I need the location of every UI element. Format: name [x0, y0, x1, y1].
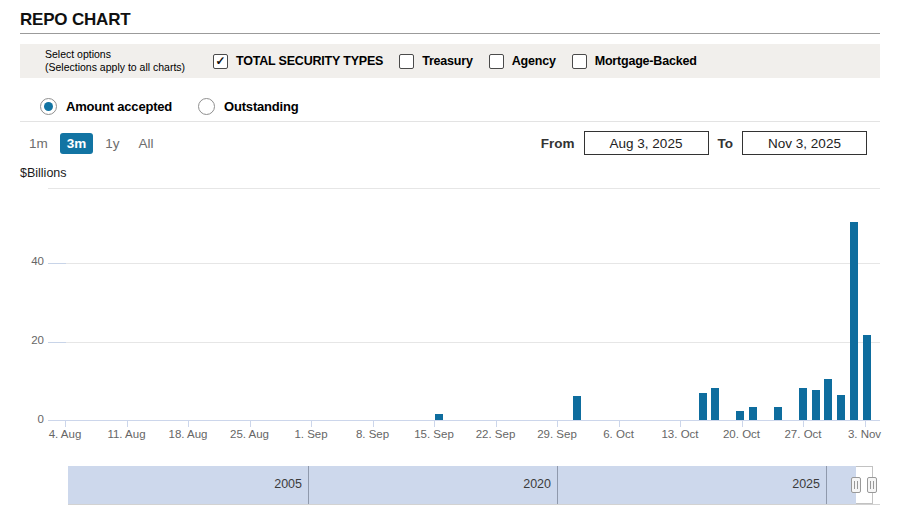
- x-axis-label: 11. Aug: [95, 428, 159, 440]
- navigator-year-label: 2025: [750, 477, 820, 491]
- x-axis-tick: [865, 420, 866, 427]
- x-axis-tick: [250, 420, 251, 427]
- series-divider: [20, 121, 880, 122]
- x-axis-tick: [496, 420, 497, 427]
- x-axis-tick: [434, 420, 435, 427]
- navigator[interactable]: 200520202025: [68, 466, 880, 505]
- checkbox-label: Treasury: [422, 54, 473, 68]
- x-axis-tick: [188, 420, 189, 427]
- radio-item-outstanding[interactable]: Outstanding: [198, 98, 298, 115]
- y-gridline-40: [48, 263, 880, 264]
- bar-nov-3[interactable]: [863, 335, 871, 420]
- bar-oct-30[interactable]: [837, 395, 845, 420]
- repo-chart-app: REPO CHART Select options (Selections ap…: [0, 0, 903, 515]
- checkbox-label: TOTAL SECURITY TYPES: [236, 54, 383, 68]
- unchecked-checkbox-icon[interactable]: [572, 54, 587, 69]
- y-axis-label: 40: [10, 255, 44, 267]
- series-toggle-group: Amount acceptedOutstanding: [40, 92, 324, 120]
- select-options-line1: Select options: [45, 48, 197, 61]
- range-buttons: 1m3m1yAll: [22, 133, 166, 154]
- navigator-mask[interactable]: [68, 466, 857, 504]
- x-axis-tick: [742, 420, 743, 427]
- radio-label: Outstanding: [224, 99, 298, 114]
- x-axis-tick: [65, 420, 66, 427]
- bar-oct-15[interactable]: [699, 393, 707, 420]
- bar-oct-27[interactable]: [799, 388, 807, 420]
- bar-oct-20[interactable]: [736, 411, 744, 420]
- x-axis-label: 3. Nov: [833, 428, 897, 440]
- title-divider: [20, 33, 880, 34]
- x-axis-label: 8. Sep: [341, 428, 405, 440]
- x-axis-label: 29. Sep: [525, 428, 589, 440]
- navigator-year-label: 2020: [481, 477, 551, 491]
- navigator-left-handle[interactable]: [851, 477, 861, 493]
- x-axis-tick: [803, 420, 804, 427]
- checkbox-item-treasury[interactable]: Treasury: [399, 54, 473, 69]
- plot-area: [48, 188, 880, 421]
- range-button-1y[interactable]: 1y: [98, 133, 126, 154]
- checkbox-label: Agency: [512, 54, 556, 68]
- x-axis-label: 4. Aug: [33, 428, 97, 440]
- y-gridline-20: [48, 342, 880, 343]
- security-type-checkbox-group: ✓TOTAL SECURITY TYPESTreasuryAgencyMortg…: [213, 54, 713, 69]
- radio-label: Amount accepted: [66, 99, 172, 114]
- y-axis-label: 0: [10, 413, 44, 425]
- y-axis-units-label: $Billions: [20, 166, 67, 180]
- checkbox-item-total-security-types[interactable]: ✓TOTAL SECURITY TYPES: [213, 54, 383, 69]
- range-button-1m[interactable]: 1m: [22, 133, 55, 154]
- x-axis-label: 15. Sep: [402, 428, 466, 440]
- x-axis-label: 27. Oct: [771, 428, 835, 440]
- x-axis-tick: [557, 420, 558, 427]
- bar-oct-21[interactable]: [749, 407, 757, 420]
- date-range-controls: From To: [541, 131, 880, 155]
- navigator-year-divider: [826, 466, 827, 504]
- x-axis-label: 20. Oct: [710, 428, 774, 440]
- y-axis-label: 20: [10, 334, 44, 346]
- unchecked-checkbox-icon[interactable]: [489, 54, 504, 69]
- x-axis-tick: [619, 420, 620, 427]
- to-date-input[interactable]: [742, 131, 867, 155]
- select-options-line2: (Selections apply to all charts): [45, 61, 197, 74]
- x-axis-line: [48, 420, 880, 421]
- page-title: REPO CHART: [20, 10, 130, 30]
- checkbox-item-agency[interactable]: Agency: [489, 54, 556, 69]
- bar-oct-28[interactable]: [812, 390, 820, 420]
- x-axis-label: 6. Oct: [587, 428, 651, 440]
- x-axis-label: 13. Oct: [648, 428, 712, 440]
- checked-checkbox-icon[interactable]: ✓: [213, 54, 228, 69]
- options-bar: Select options (Selections apply to all …: [20, 44, 880, 78]
- x-axis-label: 18. Aug: [156, 428, 220, 440]
- unchecked-checkbox-icon[interactable]: [399, 54, 414, 69]
- x-axis-tick: [373, 420, 374, 427]
- x-axis-label: 22. Sep: [464, 428, 528, 440]
- range-button-all[interactable]: All: [132, 133, 161, 154]
- bar-oct-24[interactable]: [774, 407, 782, 420]
- x-axis-label: 25. Aug: [218, 428, 282, 440]
- select-options-label: Select options (Selections apply to all …: [45, 48, 197, 74]
- from-date-input[interactable]: [584, 131, 709, 155]
- navigator-year-divider: [557, 466, 558, 504]
- navigator-year-label: 2005: [232, 477, 302, 491]
- bar-sep-15[interactable]: [435, 414, 443, 420]
- x-axis-tick: [311, 420, 312, 427]
- radio-item-amount-accepted[interactable]: Amount accepted: [40, 98, 172, 115]
- navigator-year-divider: [308, 466, 309, 504]
- navigator-right-handle[interactable]: [867, 477, 877, 493]
- bar-oct-1[interactable]: [573, 396, 581, 420]
- bar-oct-31[interactable]: [850, 222, 858, 420]
- x-axis-label: 1. Sep: [279, 428, 343, 440]
- from-label: From: [541, 136, 575, 151]
- x-axis-tick: [127, 420, 128, 427]
- unselected-radio-icon[interactable]: [198, 98, 215, 115]
- checkbox-item-mortgage-backed[interactable]: Mortgage-Backed: [572, 54, 697, 69]
- range-selector: 1m3m1yAll From To: [20, 130, 880, 156]
- selected-radio-icon[interactable]: [40, 98, 57, 115]
- bar-oct-29[interactable]: [824, 379, 832, 420]
- bar-oct-16[interactable]: [711, 388, 719, 420]
- to-label: To: [718, 136, 734, 151]
- x-axis-tick: [680, 420, 681, 427]
- range-button-3m[interactable]: 3m: [60, 133, 94, 154]
- checkbox-label: Mortgage-Backed: [595, 54, 697, 68]
